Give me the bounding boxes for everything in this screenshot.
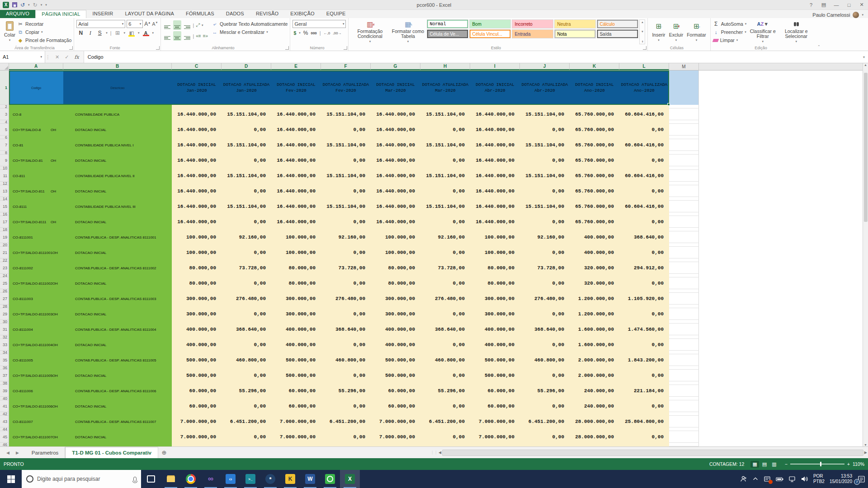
cell-value[interactable] xyxy=(520,351,570,354)
row-number-40[interactable]: 40 xyxy=(0,397,9,400)
cell-value[interactable] xyxy=(470,243,520,247)
save-icon[interactable] xyxy=(12,2,17,7)
zoom-slider[interactable] xyxy=(790,464,844,465)
microphone-icon[interactable] xyxy=(133,477,137,482)
cell-value[interactable] xyxy=(222,120,271,124)
cell-desc[interactable] xyxy=(63,351,172,354)
cell-value[interactable] xyxy=(172,381,222,385)
page-layout-view-icon[interactable]: ▤ xyxy=(760,461,769,468)
cell-desc[interactable]: CONTAB.PUBLICA - DESP. ANALITICAS 811100… xyxy=(63,324,172,335)
cell-value[interactable]: 16.440.000,00 xyxy=(172,155,222,166)
cell-value[interactable]: 15.151.104,00 xyxy=(222,201,271,212)
cell-code[interactable] xyxy=(9,120,63,124)
cell-desc[interactable] xyxy=(63,228,172,231)
column-header-j[interactable]: J xyxy=(520,63,570,70)
cell-value[interactable]: 16.440.000,00 xyxy=(172,108,222,120)
cell-value[interactable] xyxy=(271,120,321,124)
cell-code[interactable]: CO-8111003 xyxy=(9,293,63,305)
cell-value[interactable] xyxy=(470,443,520,446)
cell-value[interactable] xyxy=(271,197,321,201)
cell-desc[interactable] xyxy=(63,427,172,431)
cell-value[interactable] xyxy=(371,381,420,385)
column-header-d[interactable]: D xyxy=(222,63,271,70)
cell-value[interactable]: 55.296,00 xyxy=(520,385,570,397)
cell-code[interactable]: CO+TP.SALDO-8111001OH xyxy=(9,247,63,258)
style-entrada[interactable]: Entrada xyxy=(512,29,553,38)
cell-value[interactable] xyxy=(520,427,570,431)
cell-value[interactable] xyxy=(520,166,570,170)
align-bottom-icon[interactable] xyxy=(183,20,191,30)
new-sheet-icon[interactable]: ⊕ xyxy=(158,447,170,458)
undo-icon[interactable]: ↺ xyxy=(20,2,25,8)
minimize-icon[interactable]: — xyxy=(830,2,843,8)
row-number-34[interactable]: 34 xyxy=(0,351,9,354)
cell-code[interactable]: CO-8111001 xyxy=(9,231,63,243)
row-number-24[interactable]: 24 xyxy=(0,274,9,277)
cell-value[interactable] xyxy=(172,182,222,185)
cell-value[interactable] xyxy=(321,412,371,416)
cell-value[interactable] xyxy=(570,305,619,308)
cell-value[interactable]: 0,00 xyxy=(321,247,371,258)
cell-value[interactable]: 65.760.000,00 xyxy=(570,216,619,228)
cell-value[interactable] xyxy=(371,197,420,201)
cell-value[interactable]: 92.160,00 xyxy=(222,231,271,243)
cell-value[interactable] xyxy=(619,366,669,370)
cell-value[interactable] xyxy=(470,381,520,385)
cell-value[interactable]: 28.000.000,00 xyxy=(570,431,619,443)
cell-value[interactable] xyxy=(222,136,271,139)
cell-value[interactable] xyxy=(420,397,470,400)
delete-cells-button[interactable]: ⊞✕ Excluir▾ xyxy=(667,19,685,44)
cell-m[interactable] xyxy=(669,151,699,155)
column-header-m[interactable]: M xyxy=(669,63,699,70)
cell-value[interactable]: 16.440.000,00 xyxy=(271,155,321,166)
cell-value[interactable]: 0,00 xyxy=(619,124,669,136)
style-gallery-scroll[interactable]: ▲▼⇟ xyxy=(639,19,645,44)
cell-m[interactable] xyxy=(669,431,699,443)
cell-value[interactable] xyxy=(420,274,470,277)
cell-value[interactable] xyxy=(420,305,470,308)
cell-value[interactable] xyxy=(520,212,570,216)
cell-value[interactable]: 80.000,00 xyxy=(172,262,222,274)
start-button[interactable] xyxy=(0,470,22,488)
cell-value[interactable]: 16.440.000,00 xyxy=(470,124,520,136)
cell-value[interactable]: 16.440.000,00 xyxy=(470,155,520,166)
column-header-e[interactable]: E xyxy=(271,63,321,70)
cell-desc[interactable]: CONTAB.PUBLICA - DESP. ANALITICAS 811100… xyxy=(63,385,172,397)
cell-value[interactable] xyxy=(222,166,271,170)
cell-value[interactable]: 460.800,00 xyxy=(321,354,371,366)
teams-taskbar-button[interactable] xyxy=(320,470,340,488)
cell-value[interactable]: 60.000,00 xyxy=(172,385,222,397)
volume-icon[interactable] xyxy=(801,475,808,483)
page-break-view-icon[interactable]: ▥ xyxy=(770,461,778,468)
cell-code[interactable] xyxy=(9,305,63,308)
style-sa-da[interactable]: Saída xyxy=(597,29,638,38)
cell-m[interactable] xyxy=(669,120,699,124)
cell-value[interactable]: 16.440.000,00 xyxy=(172,201,222,212)
decrease-decimal-icon[interactable]: ,00→ xyxy=(333,31,341,35)
sort-filter-button[interactable]: AZ▼ Classificar e Filtrar▾ xyxy=(746,19,779,44)
cell-m[interactable] xyxy=(669,305,699,308)
cell-m[interactable] xyxy=(669,320,699,324)
header-cell-dotacao-atualizada-abr-2020[interactable]: DOTACAO ATUALIZADAAbr-2020 xyxy=(520,70,570,105)
cell-value[interactable]: 0,00 xyxy=(321,339,371,351)
cell-desc[interactable] xyxy=(63,381,172,385)
cell-value[interactable]: 400.000,00 xyxy=(570,247,619,258)
cell-value[interactable] xyxy=(222,274,271,277)
cell-value[interactable] xyxy=(570,197,619,201)
cell-value[interactable] xyxy=(470,412,520,416)
cell-value[interactable] xyxy=(222,443,271,446)
cell-value[interactable]: 16.440.000,00 xyxy=(470,216,520,228)
column-header-b[interactable]: B xyxy=(63,63,172,70)
zoom-level[interactable]: 110% xyxy=(853,461,864,467)
qat-customize-icon[interactable]: ▾ xyxy=(45,3,47,7)
cell-code[interactable] xyxy=(9,197,63,201)
cell-value[interactable]: 0,00 xyxy=(321,308,371,320)
cell-code[interactable]: CO+TP.SALDO-8OH xyxy=(9,124,63,136)
cell-value[interactable] xyxy=(420,427,470,431)
cell-value[interactable] xyxy=(271,105,321,108)
undo-dropdown-icon[interactable]: ▾ xyxy=(28,3,30,7)
cell-value[interactable] xyxy=(520,320,570,324)
header-cell-dotacao-atualizada-jan-2020[interactable]: DOTACAO ATUALIZADAJan-2020 xyxy=(222,70,271,105)
cell-value[interactable]: 80.000,00 xyxy=(271,262,321,274)
vscode-taskbar-button[interactable]: ‹› xyxy=(221,470,241,488)
